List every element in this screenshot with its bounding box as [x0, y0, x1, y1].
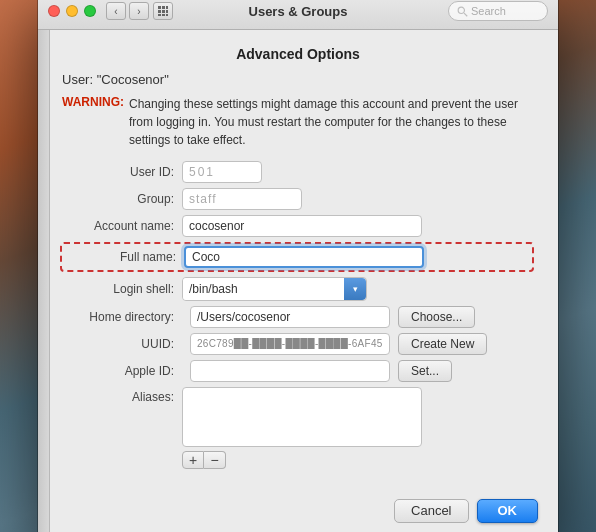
login-shell-input[interactable] — [183, 278, 345, 300]
sidebar-stripe — [38, 30, 50, 533]
window-title: Users & Groups — [249, 4, 348, 19]
user-label: User: "Cocosenor" — [62, 72, 534, 87]
svg-rect-6 — [158, 14, 161, 16]
home-directory-label: Home directory: — [62, 310, 182, 324]
group-input[interactable] — [182, 188, 302, 210]
aliases-label: Aliases: — [62, 387, 182, 404]
full-name-label: Full name: — [64, 250, 184, 264]
apple-id-label: Apple ID: — [62, 364, 182, 378]
maximize-button[interactable] — [84, 5, 96, 17]
search-box[interactable]: Search — [448, 1, 548, 21]
main-window: ‹ › Users & Groups Search — [38, 0, 558, 532]
plus-minus-row: + − — [182, 451, 534, 469]
login-shell-wrap: ▾ — [182, 277, 367, 301]
login-shell-label: Login shell: — [62, 282, 182, 296]
svg-point-9 — [458, 7, 464, 13]
group-label: Group: — [62, 192, 182, 206]
choose-button[interactable]: Choose... — [398, 306, 475, 328]
warning-label: WARNING: — [62, 95, 124, 149]
titlebar: ‹ › Users & Groups Search — [38, 0, 558, 30]
bottom-bar: Cancel OK — [38, 489, 558, 533]
uuid-row: UUID: Create New — [62, 333, 534, 355]
dialog-title: Advanced Options — [62, 46, 534, 62]
account-name-label: Account name: — [62, 219, 182, 233]
uuid-input[interactable] — [190, 333, 390, 355]
svg-rect-0 — [158, 6, 161, 9]
forward-button[interactable]: › — [129, 2, 149, 20]
grid-icon — [157, 5, 169, 17]
user-id-row: User ID: — [62, 161, 534, 183]
warning-text: Changing these settings might damage thi… — [129, 95, 534, 149]
svg-rect-1 — [162, 6, 165, 9]
home-directory-input[interactable] — [190, 306, 390, 328]
full-name-input[interactable] — [184, 246, 424, 268]
full-name-row: Full name: — [60, 242, 534, 272]
grid-button[interactable] — [153, 2, 173, 20]
svg-rect-8 — [166, 14, 168, 16]
traffic-lights — [48, 5, 96, 17]
svg-rect-4 — [162, 10, 165, 13]
form-rows: User ID: Group: Account name: Full name:… — [62, 161, 534, 447]
ok-button[interactable]: OK — [477, 499, 539, 523]
account-name-input[interactable] — [182, 215, 422, 237]
search-icon — [457, 6, 468, 17]
cancel-button[interactable]: Cancel — [394, 499, 468, 523]
warning-box: WARNING: Changing these settings might d… — [62, 95, 534, 149]
set-button[interactable]: Set... — [398, 360, 452, 382]
apple-id-row: Apple ID: Set... — [62, 360, 534, 382]
svg-rect-2 — [166, 6, 168, 9]
login-shell-row: Login shell: ▾ — [62, 277, 534, 301]
close-button[interactable] — [48, 5, 60, 17]
account-name-row: Account name: — [62, 215, 534, 237]
home-directory-row: Home directory: Choose... — [62, 306, 534, 328]
search-placeholder: Search — [471, 5, 506, 17]
group-row: Group: — [62, 188, 534, 210]
create-new-button[interactable]: Create New — [398, 333, 487, 355]
uuid-label: UUID: — [62, 337, 182, 351]
apple-id-input[interactable] — [190, 360, 390, 382]
user-id-input[interactable] — [182, 161, 262, 183]
shell-dropdown-button[interactable]: ▾ — [344, 278, 366, 300]
aliases-textarea[interactable] — [182, 387, 422, 447]
svg-rect-5 — [166, 10, 168, 13]
svg-rect-7 — [162, 14, 165, 16]
nav-buttons: ‹ › — [106, 2, 149, 20]
user-id-label: User ID: — [62, 165, 182, 179]
aliases-row: Aliases: — [62, 387, 534, 447]
minimize-button[interactable] — [66, 5, 78, 17]
dialog-content: Advanced Options User: "Cocosenor" WARNI… — [38, 30, 558, 489]
back-button[interactable]: ‹ — [106, 2, 126, 20]
svg-rect-3 — [158, 10, 161, 13]
svg-line-10 — [464, 13, 467, 16]
add-alias-button[interactable]: + — [182, 451, 204, 469]
remove-alias-button[interactable]: − — [204, 451, 226, 469]
